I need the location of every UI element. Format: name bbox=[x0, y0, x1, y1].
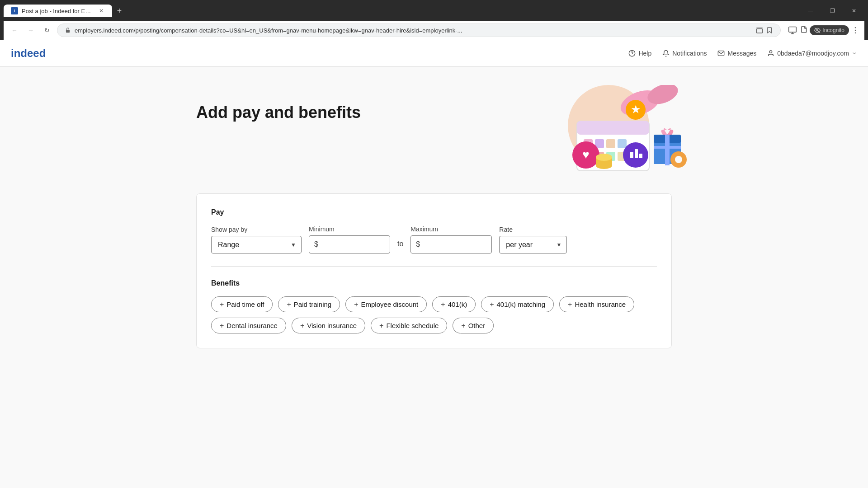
rate-label: Rate bbox=[499, 226, 567, 233]
active-tab[interactable]: i Post a job - Indeed for Employ... ✕ bbox=[4, 5, 112, 17]
benefit-chip-label: Other bbox=[468, 322, 486, 329]
benefit-chip-other[interactable]: +Other bbox=[453, 318, 494, 333]
hero-illustration: ★ ♥ bbox=[500, 85, 672, 175]
benefit-chip-label: Paid time off bbox=[226, 300, 264, 308]
svg-rect-30 bbox=[639, 154, 642, 158]
benefit-chip-paid-time-off[interactable]: +Paid time off bbox=[211, 296, 273, 312]
minimum-input[interactable] bbox=[309, 235, 390, 253]
minimum-input-wrapper: $ bbox=[309, 235, 390, 253]
extensions-icon bbox=[799, 26, 808, 35]
maximum-label: Maximum bbox=[410, 225, 492, 233]
svg-rect-29 bbox=[635, 149, 638, 158]
plus-icon: + bbox=[568, 301, 572, 308]
pay-subsection: Pay Show pay by Range Exact amount Start… bbox=[211, 208, 657, 253]
benefit-chip-label: Flexible schedule bbox=[386, 322, 439, 329]
benefit-chip-401k[interactable]: +401(k) bbox=[432, 296, 476, 312]
plus-icon: + bbox=[441, 301, 445, 308]
benefit-chip-label: 401(k) bbox=[448, 300, 467, 308]
browser-chrome: i Post a job - Indeed for Employ... ✕ + … bbox=[0, 0, 868, 40]
cast-icon bbox=[756, 27, 763, 34]
svg-point-33 bbox=[596, 154, 612, 161]
svg-rect-1 bbox=[757, 29, 763, 33]
benefit-chip-flexible-schedule[interactable]: +Flexible schedule bbox=[371, 318, 447, 333]
main-content: Add pay and benefits bbox=[185, 67, 683, 366]
bell-icon bbox=[662, 50, 670, 57]
user-icon bbox=[767, 50, 774, 57]
window-minimize-button[interactable]: — bbox=[800, 4, 821, 18]
show-pay-by-label: Show pay by bbox=[211, 226, 302, 233]
header-nav: Help Notifications Messages bbox=[628, 50, 857, 57]
svg-rect-18 bbox=[618, 139, 627, 148]
svg-rect-36 bbox=[665, 134, 670, 165]
plus-icon: + bbox=[287, 301, 291, 308]
page-content: indeed Help Notifications bbox=[0, 40, 868, 488]
show-pay-by-group: Show pay by Range Exact amount Starting … bbox=[211, 226, 302, 253]
help-icon bbox=[628, 50, 636, 57]
svg-rect-17 bbox=[606, 139, 615, 148]
benefit-chip-health-insurance[interactable]: +Health insurance bbox=[559, 296, 634, 312]
benefits-chips: +Paid time off+Paid training+Employee di… bbox=[211, 296, 657, 333]
form-section: Pay Show pay by Range Exact amount Start… bbox=[196, 193, 672, 348]
plus-icon: + bbox=[354, 301, 358, 308]
site-header: indeed Help Notifications bbox=[0, 40, 868, 67]
benefit-chip-dental-insurance[interactable]: +Dental insurance bbox=[211, 318, 286, 333]
refresh-button[interactable]: ↻ bbox=[41, 24, 53, 37]
plus-icon: + bbox=[461, 322, 465, 329]
plus-icon: + bbox=[220, 301, 224, 308]
new-tab-button[interactable]: + bbox=[113, 5, 126, 17]
chevron-down-icon bbox=[852, 51, 857, 56]
messages-label: Messages bbox=[727, 50, 756, 57]
indeed-logo[interactable]: indeed bbox=[11, 47, 46, 60]
benefit-chip-label: Vision insurance bbox=[307, 322, 357, 329]
svg-point-9 bbox=[770, 51, 772, 53]
benefit-chip-label: Paid training bbox=[294, 300, 331, 308]
benefits-section-label: Benefits bbox=[211, 279, 657, 287]
back-button[interactable]: ← bbox=[8, 24, 21, 37]
window-maximize-button[interactable]: ❐ bbox=[822, 4, 843, 18]
help-label: Help bbox=[638, 50, 651, 57]
incognito-badge: Incognito bbox=[810, 25, 849, 35]
benefit-chip-401k-matching[interactable]: +401(k) matching bbox=[481, 296, 554, 312]
maximum-input-wrapper: $ bbox=[410, 235, 492, 253]
svg-point-5 bbox=[855, 27, 856, 28]
rate-select[interactable]: per hour per day per week per month per … bbox=[499, 236, 567, 253]
logo-text: indeed bbox=[11, 47, 46, 59]
notifications-label: Notifications bbox=[672, 50, 707, 57]
profile-icon bbox=[788, 26, 797, 35]
hero-svg: ★ ♥ bbox=[500, 85, 690, 175]
plus-icon: + bbox=[379, 322, 383, 329]
to-label: to bbox=[397, 240, 403, 253]
plus-icon: + bbox=[220, 322, 224, 329]
show-pay-by-select[interactable]: Range Exact amount Starting amount Maxim… bbox=[211, 236, 302, 253]
minimum-label: Minimum bbox=[309, 225, 390, 233]
tab-title: Post a job - Indeed for Employ... bbox=[22, 8, 94, 14]
show-pay-by-wrapper: Range Exact amount Starting amount Maxim… bbox=[211, 236, 302, 253]
address-bar[interactable]: employers.indeed.com/p/posting/compensat… bbox=[57, 23, 781, 37]
benefit-chip-label: 401(k) matching bbox=[497, 300, 546, 308]
benefit-chip-vision-insurance[interactable]: +Vision insurance bbox=[292, 318, 365, 333]
rate-group: Rate per hour per day per week per month… bbox=[499, 226, 567, 253]
help-link[interactable]: Help bbox=[628, 50, 651, 57]
forward-button[interactable]: → bbox=[24, 24, 37, 37]
maximum-group: Maximum $ bbox=[410, 225, 492, 253]
rate-select-wrapper: per hour per day per week per month per … bbox=[499, 236, 567, 253]
incognito-label: Incognito bbox=[822, 27, 844, 33]
benefits-section: Benefits +Paid time off+Paid training+Em… bbox=[211, 279, 657, 333]
menu-icon[interactable] bbox=[851, 26, 860, 35]
notifications-link[interactable]: Notifications bbox=[662, 50, 707, 57]
benefit-chip-employee-discount[interactable]: +Employee discount bbox=[345, 296, 427, 312]
svg-text:★: ★ bbox=[631, 104, 641, 115]
svg-point-39 bbox=[675, 156, 682, 163]
benefit-chip-paid-training[interactable]: +Paid training bbox=[278, 296, 340, 312]
user-menu-button[interactable]: 0bdaeda7@moodjoy.com bbox=[767, 50, 857, 57]
tab-close-button[interactable]: ✕ bbox=[98, 7, 105, 14]
browser-window: i Post a job - Indeed for Employ... ✕ + … bbox=[0, 0, 868, 488]
messages-link[interactable]: Messages bbox=[717, 50, 756, 57]
svg-rect-2 bbox=[789, 27, 797, 33]
maximum-input[interactable] bbox=[410, 235, 492, 253]
message-icon bbox=[717, 50, 725, 57]
svg-rect-37 bbox=[654, 146, 681, 149]
plus-icon: + bbox=[490, 301, 494, 308]
window-close-button[interactable]: ✕ bbox=[844, 4, 864, 18]
address-bar-row: ← → ↻ employers.indeed.com/p/posting/com… bbox=[4, 21, 864, 40]
